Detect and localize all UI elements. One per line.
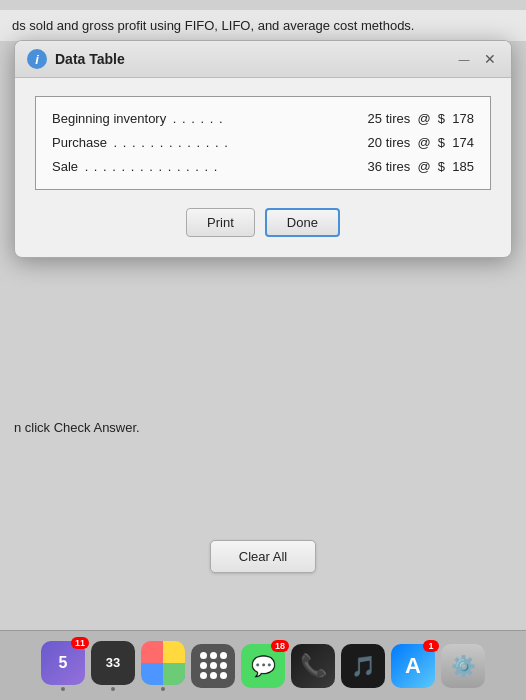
dock-item-messages[interactable]: 💬 18 xyxy=(241,644,285,688)
dock-icon-settings: ⚙️ xyxy=(441,644,485,688)
modal-title: Data Table xyxy=(55,51,125,67)
dock-dot xyxy=(161,687,165,691)
dock-icon-appstore: A 1 xyxy=(391,644,435,688)
dock-item-calculator[interactable]: 33 xyxy=(91,641,135,691)
row-dots-3: . . . . . . . . . . . . . . . xyxy=(80,159,366,175)
mac-dock: 5 11 33 xyxy=(0,630,526,700)
dock-badge-messages: 18 xyxy=(271,640,289,652)
titlebar-left: i Data Table xyxy=(27,49,125,69)
top-text: ds sold and gross profit using FIFO, LIF… xyxy=(0,10,526,41)
dock-icon-num-label: 33 xyxy=(106,655,120,670)
photos-grid xyxy=(141,641,185,685)
row-dots-1: . . . . . . xyxy=(168,111,365,127)
print-button[interactable]: Print xyxy=(186,208,255,237)
clear-all-button[interactable]: Clear All xyxy=(210,540,316,573)
row-value-1: 25 tires @ $ 178 xyxy=(368,111,474,126)
dock-icon-photos xyxy=(141,641,185,685)
data-table-box: Beginning inventory . . . . . . 25 tires… xyxy=(35,96,491,190)
bottom-instruction: n click Check Answer. xyxy=(14,420,140,435)
dock-badge-apps: 11 xyxy=(71,637,89,649)
row-label-sale: Sale xyxy=(52,159,78,174)
dock-icon-appstore-label: A xyxy=(405,653,421,679)
row-dots-2: . . . . . . . . . . . . . xyxy=(109,135,366,151)
row-label-beginning: Beginning inventory xyxy=(52,111,166,126)
dock-dot xyxy=(61,687,65,691)
dock-icon-music-label: 🎵 xyxy=(351,654,376,678)
modal-titlebar: i Data Table ✕ xyxy=(15,41,511,78)
info-icon: i xyxy=(27,49,47,69)
modal-dialog: i Data Table ✕ Beginning inventory . . .… xyxy=(14,40,512,258)
row-value-3: 36 tires @ $ 185 xyxy=(368,159,474,174)
dock-item-settings[interactable]: ⚙️ xyxy=(441,644,485,688)
dock-icon-music: 🎵 xyxy=(341,644,385,688)
dock-badge-appstore: 1 xyxy=(423,640,439,652)
top-text-content: ds sold and gross profit using FIFO, LIF… xyxy=(12,18,414,33)
page-background: ds sold and gross profit using FIFO, LIF… xyxy=(0,0,526,700)
dock-icon-phone-label: 📞 xyxy=(300,653,327,679)
button-row: Print Done xyxy=(35,208,491,237)
clear-all-area: Clear All xyxy=(0,540,526,573)
modal-controls: ✕ xyxy=(455,50,499,68)
dock-item-phone[interactable]: 📞 xyxy=(291,644,335,688)
dock-icon-calculator: 33 xyxy=(91,641,135,685)
table-row: Purchase . . . . . . . . . . . . . 20 ti… xyxy=(52,135,474,151)
modal-body: Beginning inventory . . . . . . 25 tires… xyxy=(15,78,511,257)
dots-grid xyxy=(194,646,233,685)
dock-icon-more xyxy=(191,644,235,688)
dock-icon-apps: 5 11 xyxy=(41,641,85,685)
dock-icon-messages-label: 💬 xyxy=(251,654,276,678)
table-row: Sale . . . . . . . . . . . . . . . 36 ti… xyxy=(52,159,474,175)
dock-item-apps[interactable]: 5 11 xyxy=(41,641,85,691)
done-button[interactable]: Done xyxy=(265,208,340,237)
dock-item-appstore[interactable]: A 1 xyxy=(391,644,435,688)
dock-item-photos[interactable] xyxy=(141,641,185,691)
dock-dot xyxy=(111,687,115,691)
dock-item-more[interactable] xyxy=(191,644,235,688)
dock-icon-phone: 📞 xyxy=(291,644,335,688)
close-button[interactable]: ✕ xyxy=(481,50,499,68)
table-row: Beginning inventory . . . . . . 25 tires… xyxy=(52,111,474,127)
row-label-purchase: Purchase xyxy=(52,135,107,150)
dock-icon-settings-label: ⚙️ xyxy=(451,654,476,678)
row-value-2: 20 tires @ $ 174 xyxy=(368,135,474,150)
dock-item-music[interactable]: 🎵 xyxy=(341,644,385,688)
minimize-button[interactable] xyxy=(455,52,473,66)
dock-icon-apps-label: 5 xyxy=(59,654,68,672)
dock-icon-messages: 💬 18 xyxy=(241,644,285,688)
